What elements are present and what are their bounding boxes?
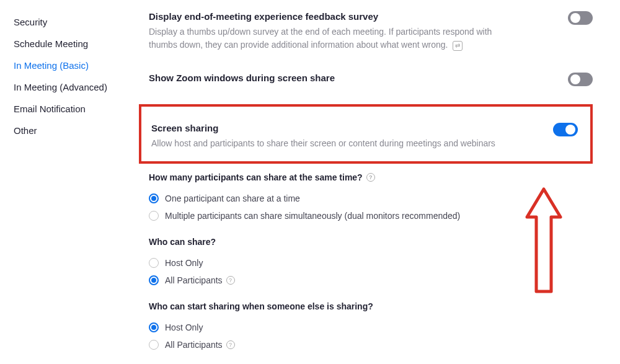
question-label: How many participants can share at the s…: [149, 172, 593, 182]
radio-label: Multiple participants can share simultan…: [165, 211, 460, 221]
question-who-can-start-sharing: Who can start sharing when someone else …: [149, 301, 593, 353]
radio-host-only-start[interactable]: Host Only: [149, 319, 593, 336]
radio-icon: [149, 211, 159, 221]
sidebar-item-in-meeting-advanced[interactable]: In Meeting (Advanced): [14, 76, 124, 98]
setting-screen-sharing-highlighted: Screen sharing Allow host and participan…: [139, 104, 593, 164]
main-content: Display end-of-meeting experience feedba…: [124, 0, 620, 364]
setting-title: Display end-of-meeting experience feedba…: [149, 11, 496, 22]
sidebar-item-schedule-meeting[interactable]: Schedule Meeting: [14, 33, 124, 55]
radio-label: Host Only: [165, 258, 203, 268]
radio-icon: [149, 275, 159, 285]
radio-icon: [149, 322, 159, 332]
radio-icon: [149, 340, 159, 350]
radio-icon: [149, 258, 159, 268]
toggle-screen-sharing[interactable]: [553, 123, 578, 136]
sidebar-item-security[interactable]: Security: [14, 11, 124, 33]
radio-label: All Participants ?: [165, 340, 235, 350]
toggle-show-zoom-windows[interactable]: [568, 73, 593, 86]
sidebar-item-in-meeting-basic[interactable]: In Meeting (Basic): [14, 55, 124, 76]
arrow-up-icon: [522, 186, 565, 295]
setting-desc: Display a thumbs up/down survey at the e…: [149, 25, 496, 51]
sidebar-nav: Security Schedule Meeting In Meeting (Ba…: [0, 0, 124, 364]
reset-icon[interactable]: ⇄: [453, 41, 463, 51]
radio-all-participants-start[interactable]: All Participants ?: [149, 336, 593, 353]
setting-title: Show Zoom windows during screen share: [149, 73, 335, 83]
toggle-feedback-survey[interactable]: [568, 11, 593, 25]
sidebar-item-other[interactable]: Other: [14, 120, 124, 141]
setting-show-zoom-windows: Show Zoom windows during screen share: [149, 73, 593, 87]
radio-label: One participant can share at a time: [165, 193, 300, 203]
radio-label: Host Only: [165, 322, 203, 332]
question-label: Who can start sharing when someone else …: [149, 301, 593, 311]
setting-desc: Allow host and participants to share the…: [151, 137, 495, 150]
help-icon[interactable]: ?: [226, 276, 235, 285]
radio-label: All Participants ?: [165, 275, 235, 285]
sidebar-item-email-notification[interactable]: Email Notification: [14, 98, 124, 120]
setting-feedback-survey: Display end-of-meeting experience feedba…: [149, 11, 593, 51]
setting-title: Screen sharing: [151, 123, 495, 133]
radio-icon: [149, 193, 159, 203]
help-icon[interactable]: ?: [226, 340, 235, 349]
help-icon[interactable]: ?: [366, 173, 375, 182]
